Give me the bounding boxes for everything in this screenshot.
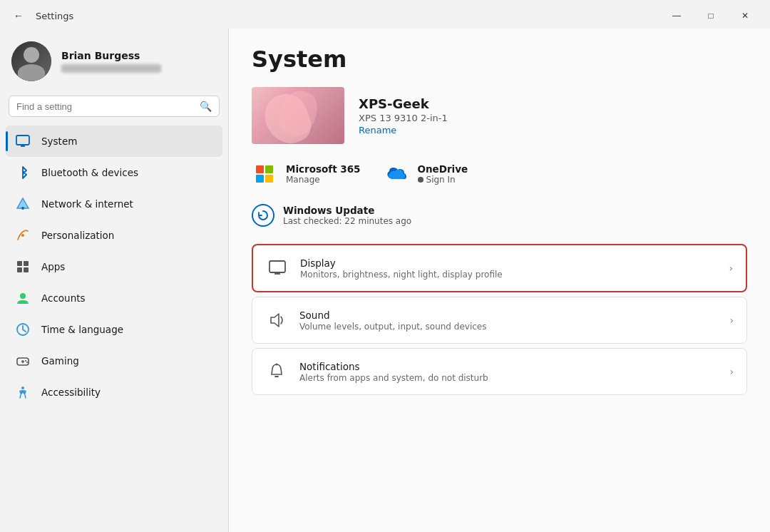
system-info-card: XPS-Geek XPS 13 9310 2-in-1 Rename: [252, 87, 747, 144]
time-icon: [14, 321, 31, 338]
sidebar-item-system-label: System: [41, 135, 77, 147]
onedrive-icon: [384, 161, 409, 187]
svg-point-15: [25, 360, 26, 362]
main-container: Brian Burgess 🔍 Sys: [0, 29, 770, 532]
microsoft365-link[interactable]: Microsoft 365 Manage: [252, 161, 361, 187]
notifications-sub: Alerts from apps and system, do not dist…: [299, 373, 718, 383]
microsoft365-icon: [252, 161, 277, 187]
system-details: XPS-Geek XPS 13 9310 2-in-1 Rename: [359, 96, 448, 135]
notifications-icon: [265, 360, 288, 383]
nav-items: System Bluetooth & devices: [0, 126, 228, 532]
system-icon: [14, 133, 31, 150]
svg-rect-7: [24, 261, 29, 266]
microsoft365-title: Microsoft 365: [286, 163, 361, 175]
gaming-icon: [14, 352, 31, 369]
sound-chevron: ›: [729, 314, 734, 326]
sidebar-item-accessibility[interactable]: Accessibility: [6, 377, 222, 408]
sidebar-item-personalization[interactable]: Personalization: [6, 220, 222, 251]
avatar: [11, 41, 51, 81]
accounts-icon: [14, 290, 31, 307]
svg-point-10: [20, 293, 26, 299]
svg-point-17: [21, 387, 24, 389]
svg-marker-3: [17, 198, 29, 208]
settings-item-notifications[interactable]: Notifications Alerts from apps and syste…: [252, 348, 747, 395]
sidebar-item-bluetooth-label: Bluetooth & devices: [41, 167, 138, 178]
notifications-chevron: ›: [729, 366, 734, 377]
onedrive-text: OneDrive Sign In: [418, 163, 468, 185]
svg-line-19: [25, 395, 26, 398]
svg-rect-9: [24, 267, 29, 272]
search-icon: 🔍: [200, 101, 212, 112]
rename-link[interactable]: Rename: [359, 125, 448, 135]
display-text: Display Monitors, brightness, night ligh…: [300, 257, 717, 280]
svg-rect-20: [270, 261, 285, 272]
microsoft365-sub: Manage: [286, 175, 361, 185]
device-model: XPS 13 9310 2-in-1: [359, 113, 448, 123]
sidebar-item-personalization-label: Personalization: [41, 230, 114, 241]
back-button[interactable]: ←: [9, 6, 29, 26]
svg-rect-6: [17, 261, 22, 266]
settings-item-sound[interactable]: Sound Volume levels, output, input, soun…: [252, 297, 747, 344]
svg-point-4: [21, 207, 24, 210]
title-bar-left: ← Settings: [9, 6, 73, 26]
title-bar: ← Settings — □ ✕: [0, 0, 770, 29]
display-icon: [266, 257, 289, 280]
app-title: Settings: [36, 11, 73, 21]
device-name: XPS-Geek: [359, 96, 448, 111]
search-box[interactable]: 🔍: [9, 96, 220, 117]
user-info: Brian Burgess: [61, 50, 161, 73]
sidebar-item-apps[interactable]: Apps: [6, 251, 222, 282]
settings-item-display[interactable]: Display Monitors, brightness, night ligh…: [252, 244, 747, 292]
sidebar-item-accounts[interactable]: Accounts: [6, 282, 222, 314]
sidebar-item-time[interactable]: Time & language: [6, 314, 222, 345]
svg-point-24: [276, 364, 278, 366]
apps-icon: [14, 258, 31, 275]
search-input[interactable]: [16, 101, 194, 112]
sound-text: Sound Volume levels, output, input, soun…: [299, 310, 718, 332]
accessibility-icon: [14, 384, 31, 401]
windows-update-text: Windows Update Last checked: 22 minutes …: [283, 205, 411, 226]
maximize-button[interactable]: □: [694, 4, 727, 27]
sidebar-item-network[interactable]: Network & internet: [6, 188, 222, 220]
onedrive-title: OneDrive: [418, 163, 468, 175]
svg-line-18: [20, 395, 21, 398]
sidebar-item-apps-label: Apps: [41, 261, 65, 272]
window-controls: — □ ✕: [660, 4, 761, 27]
close-button[interactable]: ✕: [729, 4, 761, 27]
notifications-title: Notifications: [299, 361, 718, 372]
svg-rect-8: [17, 267, 22, 272]
onedrive-dot: [418, 177, 423, 183]
user-email: [61, 64, 161, 73]
personalization-icon: [14, 227, 31, 244]
sound-sub: Volume levels, output, input, sound devi…: [299, 322, 718, 332]
user-profile[interactable]: Brian Burgess: [0, 29, 228, 93]
windows-update-icon: [252, 204, 274, 227]
sidebar-item-system[interactable]: System: [6, 126, 222, 157]
onedrive-sub: Sign In: [418, 175, 468, 185]
content-area: System XPS-Geek XPS 13 9310 2-in-1 Renam…: [229, 29, 770, 532]
bluetooth-icon: [14, 164, 31, 181]
sound-icon: [265, 309, 288, 332]
sidebar-item-gaming-label: Gaming: [41, 355, 79, 367]
sidebar-item-accessibility-label: Accessibility: [41, 387, 101, 398]
page-title: System: [252, 46, 747, 73]
onedrive-link[interactable]: OneDrive Sign In: [384, 161, 468, 187]
svg-point-5: [21, 234, 24, 237]
sidebar-item-gaming[interactable]: Gaming: [6, 345, 222, 377]
windows-update-title: Windows Update: [283, 205, 411, 216]
svg-point-16: [26, 362, 28, 363]
settings-list: Display Monitors, brightness, night ligh…: [252, 244, 747, 399]
display-title: Display: [300, 257, 717, 269]
display-chevron: ›: [729, 262, 733, 274]
microsoft365-text: Microsoft 365 Manage: [286, 163, 361, 185]
user-name: Brian Burgess: [61, 50, 161, 61]
windows-update-row[interactable]: Windows Update Last checked: 22 minutes …: [252, 204, 747, 227]
minimize-button[interactable]: —: [660, 4, 693, 27]
network-icon: [14, 195, 31, 213]
sidebar-item-network-label: Network & internet: [41, 198, 133, 210]
windows-update-sub: Last checked: 22 minutes ago: [283, 216, 411, 226]
svg-rect-0: [16, 135, 29, 145]
system-thumbnail: [252, 87, 344, 144]
sidebar-item-bluetooth[interactable]: Bluetooth & devices: [6, 157, 222, 188]
sidebar: Brian Burgess 🔍 Sys: [0, 29, 228, 532]
